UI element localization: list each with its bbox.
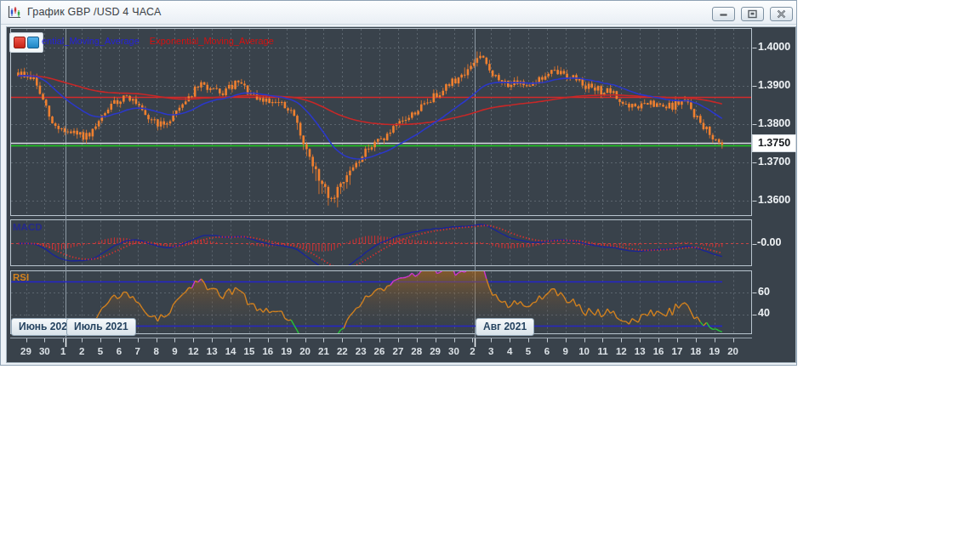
price-axis-label: 1.3900 (758, 79, 790, 91)
price-axis-label: 1.3800 (758, 117, 790, 129)
x-axis-label: 6 (117, 346, 122, 356)
price-axis-label: 1.4000 (758, 41, 790, 53)
rsi-panel-label: RSI (13, 272, 29, 282)
indicator-legend: ential_Moving_Average Exponential_Moving… (42, 36, 274, 46)
x-axis-label: 28 (411, 346, 422, 356)
x-axis-label: 17 (672, 346, 683, 356)
x-axis-label: 26 (374, 346, 385, 356)
x-axis-label: 1 (60, 346, 66, 356)
x-axis-label: 29 (430, 346, 441, 356)
x-axis-label: 15 (244, 346, 255, 356)
x-axis-label: 21 (318, 346, 329, 356)
x-axis-label: 20 (299, 346, 311, 356)
x-axis-label: 12 (188, 346, 199, 356)
x-axis-label: 4 (507, 346, 512, 356)
current-price-badge: 1.3750 (753, 135, 795, 151)
x-axis-label: 3 (488, 346, 493, 356)
x-axis-label: 13 (207, 346, 218, 356)
x-axis-label: 22 (337, 346, 348, 356)
window-controls (706, 7, 793, 21)
macd-panel-label: MACD (13, 222, 43, 232)
month-label-july: Июль 2021 (66, 318, 136, 336)
x-axis-label: 18 (690, 346, 701, 356)
x-axis-label: 14 (225, 346, 236, 356)
x-axis-label: 12 (616, 346, 627, 356)
x-axis-label: 19 (281, 346, 292, 356)
x-axis-label: 19 (709, 346, 720, 356)
x-axis-label: 9 (563, 346, 568, 356)
minimize-button[interactable] (712, 7, 735, 21)
window-titlebar[interactable]: График GBP /USD 4 ЧАСА (1, 1, 796, 25)
x-axis-label: 10 (578, 346, 590, 356)
price-axis-label: 1.3700 (758, 156, 790, 168)
ema-blue-swatch-button[interactable] (27, 37, 39, 48)
x-axis-label: 27 (392, 346, 403, 356)
window-title: График GBP /USD 4 ЧАСА (27, 6, 161, 18)
x-axis-label: 7 (135, 346, 140, 356)
ema-red-swatch-button[interactable] (14, 37, 26, 48)
x-axis-label: 20 (727, 346, 738, 356)
macd-axis-value: -0.00 (757, 236, 782, 248)
rsi-tick-40: 40 (758, 307, 770, 319)
x-axis-label: 2 (79, 346, 84, 356)
x-axis-label: 30 (448, 346, 459, 356)
indicator-color-buttons (9, 32, 43, 53)
x-axis-label: 30 (39, 346, 50, 356)
price-axis-label: 1.3600 (758, 194, 790, 206)
x-axis-label: 11 (597, 346, 607, 356)
x-axis-label: 13 (635, 346, 646, 356)
ema-fast-legend-label: ential_Moving_Average (42, 36, 140, 46)
x-axis-label: 23 (356, 346, 367, 356)
x-axis-label: 8 (153, 346, 158, 356)
x-axis-label: 29 (20, 346, 31, 356)
x-axis-label: 5 (98, 346, 103, 356)
chart-window: График GBP /USD 4 ЧАСА ential_Moving_Ave… (0, 0, 797, 366)
x-axis-label: 6 (544, 346, 550, 356)
chart-plot-area[interactable] (6, 26, 796, 363)
x-axis-label: 5 (526, 346, 531, 356)
x-axis-label: 9 (172, 346, 177, 356)
month-label-august: Авг 2021 (476, 318, 534, 336)
x-axis-label: 2 (470, 346, 475, 356)
candlestick-chart-icon (7, 5, 22, 20)
x-axis-label: 16 (653, 346, 664, 356)
rsi-tick-60: 60 (758, 286, 770, 298)
close-button[interactable] (770, 7, 793, 21)
ema-slow-legend-label: Exponential_Moving_Average (150, 36, 274, 46)
x-axis-label: 16 (262, 346, 273, 356)
maximize-button[interactable] (741, 7, 764, 21)
